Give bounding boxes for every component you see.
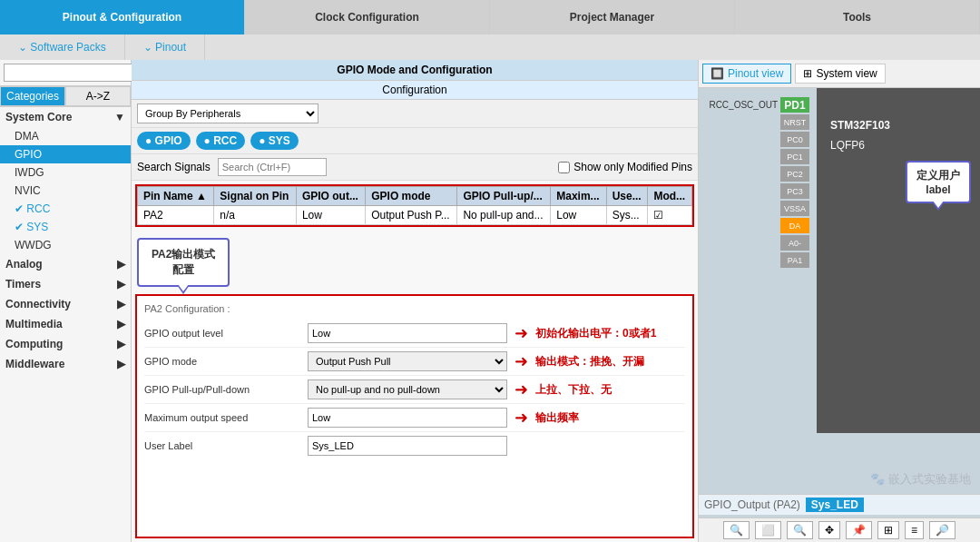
th-mod: Mod...	[648, 187, 692, 206]
th-gpio-out: GPIO out...	[296, 187, 365, 206]
config-row-user-label: User Label	[144, 432, 685, 459]
tab-pinout-view[interactable]: 🔲 Pinout view	[702, 64, 791, 84]
group-by-select[interactable]: Group By Peripherals	[137, 103, 318, 123]
search-signals-bar: Search Signals Show only Modified Pins	[132, 154, 698, 181]
annotation-pa2-mode: PA2输出模式配置	[137, 238, 230, 287]
show-modified-checkbox[interactable]	[558, 162, 570, 173]
pin-label-pc0: PC0	[699, 132, 809, 147]
sys-filter-btn[interactable]: ● SYS	[250, 132, 299, 150]
td-pin-name: PA2	[138, 206, 214, 225]
search-signals-label: Search Signals	[137, 161, 211, 173]
sidebar-item-wwdg[interactable]: WWDG	[0, 236, 131, 254]
zoom-in-button[interactable]: 🔍	[723, 521, 750, 539]
label-gpio-mode: GPIO mode	[144, 356, 308, 367]
td-gpio-mode: Output Push P...	[366, 206, 457, 225]
gpio-filter-btn[interactable]: ● GPIO	[137, 132, 191, 150]
chevron-right-icon: ▶	[117, 358, 125, 370]
pa2-config-panel: PA2 Configuration : GPIO output level ➜ …	[135, 294, 694, 538]
select-gpio-pull[interactable]: No pull-up and no pull-down Pull-up Pull…	[308, 379, 507, 399]
arrow-icon-2: ➜	[514, 351, 528, 371]
tab-project-manager[interactable]: Project Manager	[490, 0, 735, 34]
group-bar: Group By Peripherals	[132, 100, 698, 128]
arrow-icon-4: ➜	[514, 408, 528, 428]
pin-box-vssa: VSSA	[780, 201, 809, 216]
pin-button[interactable]: 📌	[846, 521, 872, 539]
td-maxim: Low	[551, 206, 606, 225]
search-signals-input[interactable]	[218, 158, 327, 176]
sidebar-item-rcc[interactable]: ✔ RCC	[0, 200, 131, 218]
pin-labels-left: RCC_OSC_OUT PD1 NRST PC0	[699, 97, 809, 268]
pin-name-rcc-osc-out: RCC_OSC_OUT	[699, 100, 780, 110]
input-user-label[interactable]	[308, 436, 507, 456]
config-row-gpio-output-level: GPIO output level ➜ 初始化输出电平：0或者1	[144, 320, 685, 348]
td-signal: n/a	[214, 206, 297, 225]
pin-box-pa1: PA1	[780, 252, 809, 268]
right-panel: 🔲 Pinout view ⊞ System view RCC_OSC_OUT …	[699, 60, 980, 542]
zoom-out-button[interactable]: 🔍	[787, 521, 813, 539]
arrow-icon-1: ➜	[514, 323, 528, 343]
select-gpio-mode[interactable]: Output Push Pull Output Open Drain	[308, 351, 507, 371]
tab-pinout-config[interactable]: Pinout & Configuration	[0, 0, 245, 34]
annotation-user-label: 定义用户label	[906, 161, 971, 203]
input-max-speed[interactable]	[308, 408, 507, 428]
watermark: 🐾 嵌入式实验基地	[870, 471, 971, 488]
th-signal: Signal on Pin	[214, 187, 297, 206]
nav-software-packs[interactable]: ⌄ Software Packs	[0, 34, 125, 60]
config-row-max-speed: Maximum output speed ➜ 输出频率	[144, 404, 685, 432]
pin-label-pc3: PC3	[699, 183, 809, 199]
move-button[interactable]: ✥	[818, 521, 840, 539]
chip-icon: 🔲	[710, 67, 724, 80]
sidebar-item-sys[interactable]: ✔ SYS	[0, 218, 131, 236]
show-modified-label: Show only Modified Pins	[573, 161, 692, 173]
fit-button[interactable]: ⬜	[755, 521, 781, 539]
pin-box-pd1: PD1	[780, 97, 809, 113]
sidebar-search-input[interactable]	[4, 64, 138, 82]
table-row[interactable]: PA2 n/a Low Output Push P... No pull-up …	[138, 206, 692, 225]
pin-box-da: DA	[780, 218, 809, 233]
pin-label-a0: A0-	[699, 235, 809, 251]
rcc-filter-btn[interactable]: ● RCC	[196, 132, 246, 150]
nav-pinout[interactable]: ⌄ Pinout	[125, 34, 205, 60]
pin-box-pc0: PC0	[780, 132, 809, 147]
annotation-gpio-mode: 输出模式：推挽、开漏	[535, 354, 644, 370]
pin-box-nrst: NRST	[780, 114, 809, 130]
stm-chip-body: STM32F103 LQFP6	[817, 88, 980, 433]
arrow-icon-3: ➜	[514, 379, 528, 399]
sidebar-section-header-timers[interactable]: Timers ▶	[0, 274, 131, 294]
sidebar-tab-bar: Categories A->Z	[0, 86, 131, 107]
th-maxim: Maxim...	[551, 187, 606, 206]
th-gpio-mode: GPIO mode	[366, 187, 457, 206]
sidebar-section-header-connectivity[interactable]: Connectivity ▶	[0, 294, 131, 314]
sidebar-section-header-analog[interactable]: Analog ▶	[0, 254, 131, 274]
tab-az[interactable]: A->Z	[65, 86, 131, 106]
sidebar-item-gpio[interactable]: GPIO	[0, 145, 131, 163]
pa2-config-title: PA2 Configuration :	[144, 303, 685, 314]
show-modified-checkbox-area: Show only Modified Pins	[558, 161, 692, 173]
main-layout: ⚙ Categories A->Z System Core ▼ DMA	[0, 60, 980, 542]
tab-system-view[interactable]: ⊞ System view	[795, 64, 885, 84]
sidebar-section-header-computing[interactable]: Computing ▶	[0, 334, 131, 354]
layout-button[interactable]: ≡	[905, 521, 924, 539]
sidebar-section-header-system-core[interactable]: System Core ▼	[0, 107, 131, 127]
sidebar-section-header-multimedia[interactable]: Multimedia ▶	[0, 314, 131, 334]
pin-label-pc2: PC2	[699, 166, 809, 182]
grid-button[interactable]: ⊞	[877, 521, 899, 539]
pin-label-da: DA	[699, 218, 809, 233]
chip-view-area: RCC_OSC_OUT PD1 NRST PC0	[699, 88, 980, 542]
sidebar-search-area: ⚙	[0, 60, 131, 86]
config-row-gpio-pull: GPIO Pull-up/Pull-down No pull-up and no…	[144, 376, 685, 404]
tab-tools[interactable]: Tools	[735, 0, 980, 34]
chevron-right-icon: ▶	[117, 278, 125, 291]
sidebar-item-dma[interactable]: DMA	[0, 127, 131, 145]
tab-categories[interactable]: Categories	[0, 86, 65, 106]
input-gpio-output-level[interactable]	[308, 323, 507, 343]
sidebar-item-iwdg[interactable]: IWDG	[0, 163, 131, 182]
search-button[interactable]: 🔎	[929, 521, 956, 539]
sidebar-section-header-middleware[interactable]: Middleware ▶	[0, 354, 131, 374]
td-mod: ☑	[648, 206, 692, 225]
sidebar-item-nvic[interactable]: NVIC	[0, 182, 131, 200]
chip-model-label: STM32F103	[817, 88, 980, 138]
tab-clock-config[interactable]: Clock Configuration	[245, 0, 490, 34]
chevron-right-icon: ▶	[117, 318, 125, 330]
chevron-right-icon: ▶	[117, 258, 125, 271]
